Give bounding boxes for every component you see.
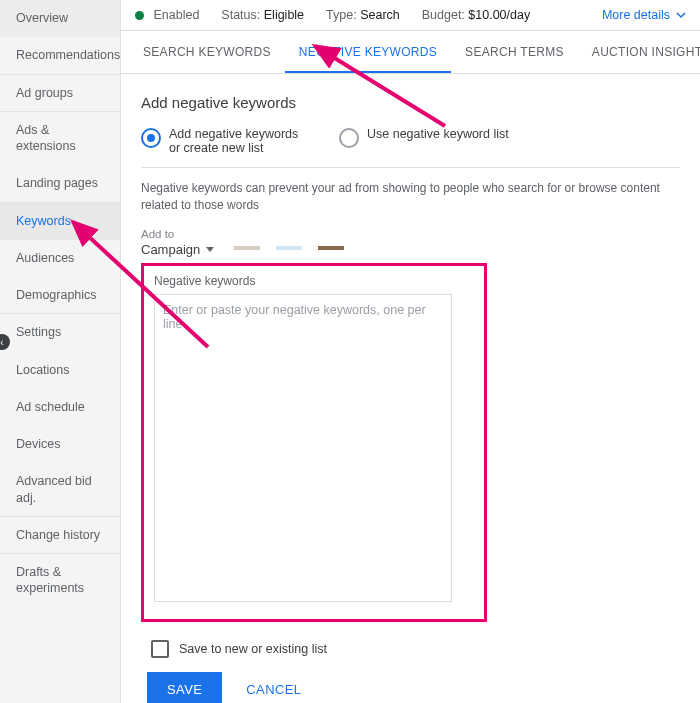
negative-keywords-card: Negative keywords [141, 263, 487, 622]
main-panel: Enabled Status: Eligible Type: Search Bu… [121, 0, 700, 703]
enabled-dot-icon [135, 11, 144, 20]
keyword-tabs: SEARCH KEYWORDS NEGATIVE KEYWORDS SEARCH… [121, 31, 700, 74]
theme-swatches [234, 246, 344, 250]
sidebar-item-advanced-bid-adj[interactable]: Advanced bid adj. [0, 463, 120, 517]
sidebar-item-recommendations[interactable]: Recommendations [0, 37, 120, 74]
radio-icon [339, 128, 359, 148]
swatch-icon [276, 246, 302, 250]
radio-icon [141, 128, 161, 148]
status-enabled[interactable]: Enabled [135, 8, 199, 22]
save-to-list-checkbox[interactable] [151, 640, 169, 658]
sidebar-item-locations[interactable]: Locations [0, 352, 120, 389]
card-label: Negative keywords [154, 274, 474, 288]
sidebar-item-ads-extensions[interactable]: Ads & extensions [0, 112, 120, 166]
campaign-topbar: Enabled Status: Eligible Type: Search Bu… [121, 0, 700, 31]
status-field: Status: Eligible [221, 8, 304, 22]
action-row: SAVE CANCEL [141, 672, 680, 703]
budget-field: Budget: $10.00/day [422, 8, 530, 22]
radio-label: Use negative keyword list [367, 127, 509, 141]
sidebar-item-ad-schedule[interactable]: Ad schedule [0, 389, 120, 426]
save-button[interactable]: SAVE [147, 672, 222, 703]
tab-auction-insights[interactable]: AUCTION INSIGHTS [578, 31, 700, 73]
sidebar-item-landing-pages[interactable]: Landing pages [0, 165, 120, 202]
swatch-icon [318, 246, 344, 250]
add-to-label: Add to [141, 228, 680, 240]
sidebar-item-drafts-experiments[interactable]: Drafts & experiments [0, 554, 120, 608]
save-to-list-row: Save to new or existing list [151, 640, 680, 658]
type-field: Type: Search [326, 8, 400, 22]
sidebar: Overview Recommendations Ad groups Ads &… [0, 0, 121, 703]
cancel-button[interactable]: CANCEL [240, 681, 307, 698]
sidebar-item-devices[interactable]: Devices [0, 426, 120, 463]
tab-search-terms[interactable]: SEARCH TERMS [451, 31, 578, 73]
radio-add-keywords[interactable]: Add negative keywords or create new list [141, 127, 311, 155]
sidebar-item-ad-groups[interactable]: Ad groups [0, 75, 120, 112]
sidebar-item-keywords[interactable]: Keywords [0, 203, 120, 240]
add-to-dropdown[interactable]: Campaign [141, 242, 214, 257]
sidebar-item-demographics[interactable]: Demographics [0, 277, 120, 314]
radio-use-list[interactable]: Use negative keyword list [339, 127, 509, 148]
swatch-icon [234, 246, 260, 250]
caret-down-icon [206, 247, 214, 252]
tab-search-keywords[interactable]: SEARCH KEYWORDS [129, 31, 285, 73]
add-to-row: Add to Campaign [141, 228, 680, 257]
content-area: Add negative keywords Add negative keywo… [121, 74, 700, 703]
negative-keywords-input[interactable] [154, 294, 452, 602]
sidebar-item-settings[interactable]: Settings [0, 314, 120, 351]
save-to-list-label: Save to new or existing list [179, 642, 327, 656]
help-text: Negative keywords can prevent your ad fr… [141, 180, 680, 214]
enabled-label: Enabled [153, 8, 199, 22]
sidebar-item-overview[interactable]: Overview [0, 0, 120, 37]
tab-negative-keywords[interactable]: NEGATIVE KEYWORDS [285, 31, 451, 73]
sidebar-item-change-history[interactable]: Change history [0, 517, 120, 554]
page-title: Add negative keywords [141, 94, 680, 111]
keyword-source-radio-group: Add negative keywords or create new list… [141, 127, 680, 168]
chevron-down-icon [676, 10, 686, 20]
more-details-link[interactable]: More details [602, 8, 686, 22]
app-root: ‹ Overview Recommendations Ad groups Ads… [0, 0, 700, 703]
sidebar-item-audiences[interactable]: Audiences [0, 240, 120, 277]
radio-label: Add negative keywords or create new list [169, 127, 311, 155]
